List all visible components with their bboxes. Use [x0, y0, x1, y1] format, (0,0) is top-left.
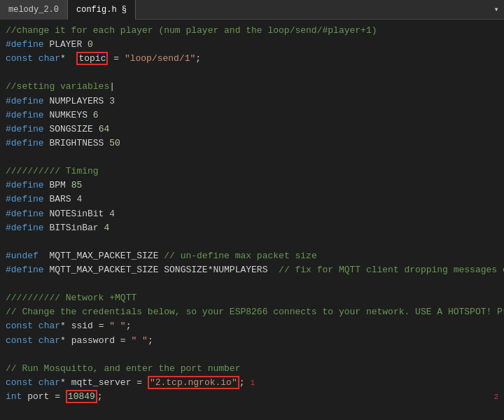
code-line-18: #define MQTT_MAX_PACKET_SIZE SONGSIZE*NU… — [0, 263, 504, 277]
code-line-1: //change it for each player (num player … — [0, 24, 504, 38]
code-line-10 — [0, 150, 504, 164]
line-2-content: #define PLAYER 0 — [6, 38, 498, 52]
annotation-2: 2 — [493, 391, 498, 403]
code-line-25: // Run Mosquitto, and enter the port num… — [0, 362, 504, 376]
code-line-17: #undef MQTT_MAX_PACKET_SIZE // un-define… — [0, 249, 504, 263]
code-line-14: #define NOTESinBit 4 — [0, 207, 504, 221]
code-line-5: //setting variables| — [0, 80, 504, 94]
annotation-1: 1 — [251, 379, 255, 387]
line-17-content: #undef MQTT_MAX_PACKET_SIZE // un-define… — [6, 249, 498, 263]
tab-config-label: config.h § — [76, 5, 127, 15]
line-26-content: const char* mqtt_server = "2.tcp.ngrok.i… — [6, 376, 498, 390]
code-line-2: #define PLAYER 0 — [0, 38, 504, 52]
code-line-12: #define BPM 85 — [0, 178, 504, 192]
tab-bar: melody_2.0 config.h § ▾ — [0, 0, 504, 20]
tab-scroll-button[interactable]: ▾ — [489, 0, 504, 20]
tab-config[interactable]: config.h § — [68, 0, 136, 20]
app: melody_2.0 config.h § ▾ //change it for … — [0, 0, 504, 420]
line-15-content: #define BITSinBar 4 — [6, 221, 498, 235]
line-13-content: #define BARS 4 — [6, 192, 498, 206]
code-line-26: const char* mqtt_server = "2.tcp.ngrok.i… — [0, 376, 504, 390]
code-line-19 — [0, 277, 504, 291]
line-1-content: //change it for each player (num player … — [6, 24, 498, 38]
server-highlight: "2.tcp.ngrok.io" — [148, 376, 239, 389]
code-line-6: #define NUMPLAYERS 3 — [0, 94, 504, 108]
line-20-content: ////////// Network +MQTT — [6, 291, 498, 305]
line-23-content: const char* password = " "; — [6, 334, 498, 348]
line-22-content: const char* ssid = " "; — [6, 319, 498, 333]
code-line-24 — [0, 348, 504, 362]
code-line-4 — [0, 66, 504, 80]
tab-melody[interactable]: melody_2.0 — [0, 0, 68, 20]
code-line-16 — [0, 235, 504, 249]
line-9-content: #define BRIGHTNESS 50 — [6, 136, 498, 150]
line-3-content: const char* topic = "loop/send/1"; — [6, 52, 498, 66]
line-7-content: #define NUMKEYS 6 — [6, 108, 498, 122]
code-line-22: const char* ssid = " "; — [0, 319, 504, 333]
line-12-content: #define BPM 85 — [6, 178, 498, 192]
line-8-content: #define SONGSIZE 64 — [6, 122, 498, 136]
code-line-15: #define BITSinBar 4 — [0, 221, 504, 235]
line-21-content: // Change the credentials below, so your… — [6, 305, 504, 319]
code-line-23: const char* password = " "; — [0, 334, 504, 348]
line-14-content: #define NOTESinBit 4 — [6, 207, 498, 221]
code-line-3: const char* topic = "loop/send/1"; — [0, 52, 504, 66]
code-line-28 — [0, 404, 504, 418]
tab-melody-label: melody_2.0 — [8, 5, 59, 15]
port-highlight: 10849 — [66, 390, 97, 403]
code-line-20: ////////// Network +MQTT — [0, 291, 504, 305]
code-line-11: ////////// Timing — [0, 164, 504, 178]
line-11-content: ////////// Timing — [6, 164, 498, 178]
code-line-21: // Change the credentials below, so your… — [0, 305, 504, 319]
code-line-13: #define BARS 4 — [0, 192, 504, 206]
code-editor[interactable]: //change it for each player (num player … — [0, 20, 504, 420]
line-5-content: //setting variables| — [6, 80, 498, 94]
topic-highlight: topic — [76, 52, 108, 65]
line-6-content: #define NUMPLAYERS 3 — [6, 94, 498, 108]
line-27-content: int port = 10849; — [6, 390, 488, 404]
code-line-9: #define BRIGHTNESS 50 — [0, 136, 504, 150]
code-line-7: #define NUMKEYS 6 — [0, 108, 504, 122]
code-line-27: int port = 10849; 2 — [0, 390, 504, 404]
line-18-content: #define MQTT_MAX_PACKET_SIZE SONGSIZE*NU… — [6, 263, 504, 277]
code-line-8: #define SONGSIZE 64 — [0, 122, 504, 136]
line-25-content: // Run Mosquitto, and enter the port num… — [6, 362, 498, 376]
